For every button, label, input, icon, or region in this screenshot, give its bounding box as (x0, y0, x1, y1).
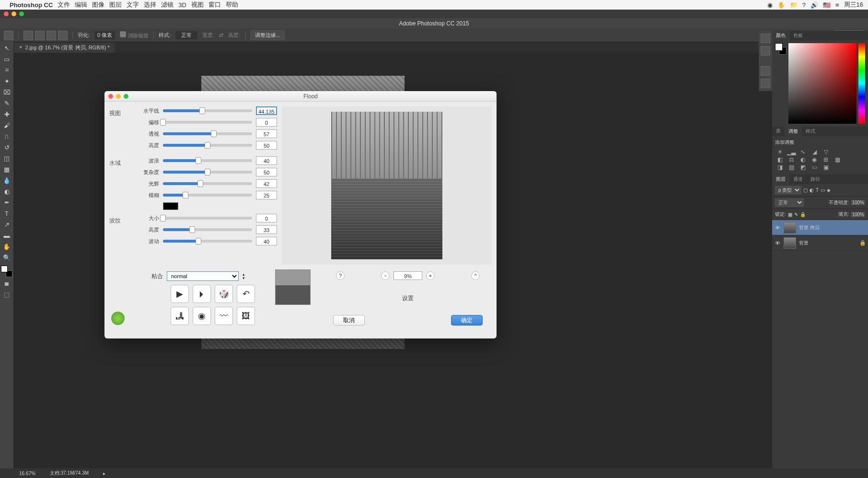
lock-pixels-icon[interactable]: ▦ (788, 212, 792, 217)
waves-slider[interactable] (163, 159, 252, 162)
filter-pixel-icon[interactable]: ▢ (803, 187, 808, 193)
curves-icon[interactable]: ∿ (798, 149, 808, 156)
wave2-input[interactable]: 40 (256, 237, 277, 245)
blur-slider[interactable] (163, 194, 252, 197)
layer-thumb[interactable] (784, 237, 796, 249)
layer-name[interactable]: 背景 (799, 240, 809, 246)
doc-size[interactable]: 文档:37.1M/74.3M (50, 470, 89, 477)
opacity-value[interactable]: 100% (851, 200, 865, 205)
layer-row[interactable]: 👁 背景 拷贝 (772, 220, 868, 235)
menu-window[interactable]: 窗口 (208, 0, 221, 9)
style-select[interactable]: 正常 (175, 31, 197, 39)
play-icon[interactable]: ▶ (171, 285, 189, 303)
preset2-icon[interactable]: ◉ (193, 307, 211, 325)
zoom-in-button[interactable]: + (426, 271, 435, 280)
lock-all-icon[interactable]: 🔒 (800, 212, 806, 217)
horizon-slider[interactable] (163, 109, 252, 112)
dice-icon[interactable]: 🎲 (215, 285, 233, 303)
size-slider[interactable] (163, 217, 252, 220)
height1-slider[interactable] (163, 144, 252, 147)
offset-slider[interactable] (163, 121, 252, 124)
channel-mixer-icon[interactable]: ⊞ (821, 156, 831, 164)
tab-styles[interactable]: 样式 (802, 127, 819, 136)
tab-paths[interactable]: 路径 (807, 175, 824, 184)
minimize-window-icon[interactable] (12, 12, 16, 16)
visibility-icon[interactable]: 👁 (774, 240, 781, 246)
doc-tab-close[interactable]: × (19, 44, 22, 51)
navigator-thumb[interactable] (275, 269, 311, 305)
menu-select[interactable]: 选择 (144, 0, 156, 9)
document-tab[interactable]: × 2.jpg @ 16.7% (背景 拷贝, RGB/8) * (14, 43, 115, 53)
stepper-icon[interactable]: ▴▾ (243, 272, 245, 280)
menu-edit[interactable]: 编辑 (75, 0, 87, 9)
blur-input[interactable]: 25 (256, 191, 277, 199)
threshold-icon[interactable]: ◩ (798, 164, 808, 172)
tab-adjustments[interactable]: 调整 (785, 127, 802, 136)
visibility-icon[interactable]: 👁 (774, 225, 781, 231)
properties-panel-icon[interactable] (761, 46, 770, 56)
invert-icon[interactable]: ◨ (775, 164, 785, 172)
settings-label[interactable]: 设置 (326, 294, 490, 303)
preset1-icon[interactable]: 🏞 (171, 307, 189, 325)
height2-slider[interactable] (163, 228, 252, 231)
layer-filter-select[interactable]: p 类型 (775, 186, 801, 194)
perspective-slider[interactable] (163, 132, 252, 135)
help-icon[interactable]: ? (802, 1, 806, 9)
filter-adjust-icon[interactable]: ◐ (810, 187, 814, 193)
waves-input[interactable]: 40 (256, 156, 277, 165)
zoom-out-button[interactable]: − (381, 271, 390, 280)
selective-color-icon[interactable]: ▣ (821, 164, 831, 172)
layer-thumb[interactable] (784, 222, 796, 233)
tab-library[interactable]: 库 (772, 127, 785, 136)
paragraph-panel-icon[interactable] (761, 79, 770, 88)
volume-icon[interactable]: 🔊 (810, 1, 818, 9)
status-arrow-icon[interactable]: ▸ (103, 471, 105, 476)
bw-icon[interactable]: ◐ (798, 156, 808, 164)
layer-name[interactable]: 背景 拷贝 (799, 224, 820, 231)
lock-position-icon[interactable]: ✎ (794, 212, 798, 217)
selection-new-icon[interactable] (23, 31, 33, 40)
refine-edge-button[interactable]: 调整边缘... (251, 30, 285, 40)
skip-icon[interactable]: ⏵ (193, 285, 211, 303)
ok-button[interactable]: 确定 (451, 315, 483, 326)
move-tool-icon[interactable]: ↖ (1, 43, 12, 53)
vibrance-icon[interactable]: ▽ (821, 149, 831, 156)
filter-shape-icon[interactable]: ▭ (821, 187, 825, 193)
blend-mode-select[interactable]: 正常 (775, 198, 804, 207)
tab-channels[interactable]: 通道 (789, 175, 807, 184)
hue-slider[interactable] (858, 43, 865, 124)
tab-layers[interactable]: 图层 (772, 175, 789, 184)
collapse-button[interactable]: ^ (471, 271, 480, 280)
menu-image[interactable]: 图像 (92, 0, 104, 9)
filter-smart-icon[interactable]: ◈ (827, 187, 831, 193)
posterize-icon[interactable]: ▤ (787, 164, 796, 172)
water-color-chip[interactable] (163, 202, 178, 210)
fill-value[interactable]: 100% (851, 212, 865, 217)
cancel-button[interactable]: 取消 (333, 315, 365, 326)
clock[interactable]: 周三16 (844, 0, 863, 9)
blend-select[interactable]: normal (167, 271, 239, 281)
menu-layer[interactable]: 图层 (109, 0, 122, 9)
horizon-input[interactable]: 44.135 (256, 106, 277, 115)
brightness-icon[interactable]: ☀ (775, 149, 785, 156)
glow-slider[interactable] (163, 182, 252, 185)
preset4-icon[interactable]: 🖼 (237, 307, 255, 325)
complexity-input[interactable]: 50 (256, 168, 277, 176)
tab-swatches[interactable]: 色板 (789, 31, 807, 40)
dialog-titlebar[interactable]: Flood (104, 91, 497, 102)
wave2-slider[interactable] (163, 240, 252, 243)
history-panel-icon[interactable] (761, 34, 770, 43)
selection-subtract-icon[interactable] (46, 31, 56, 40)
flag-icon[interactable]: 🇺🇸 (823, 1, 831, 9)
undo-icon[interactable]: ↶ (237, 285, 255, 303)
help-button[interactable]: ? (336, 271, 345, 280)
menu-3d[interactable]: 3D (178, 1, 186, 9)
height2-input[interactable]: 33 (256, 225, 277, 234)
size-input[interactable]: 0 (256, 214, 277, 222)
tab-color[interactable]: 颜色 (772, 31, 789, 40)
zoom-value[interactable]: 9% (393, 271, 422, 280)
gradient-map-icon[interactable]: ▭ (810, 164, 819, 172)
menu-type[interactable]: 文字 (127, 0, 139, 9)
perspective-input[interactable]: 57 (256, 129, 277, 138)
character-panel-icon[interactable] (761, 66, 770, 76)
